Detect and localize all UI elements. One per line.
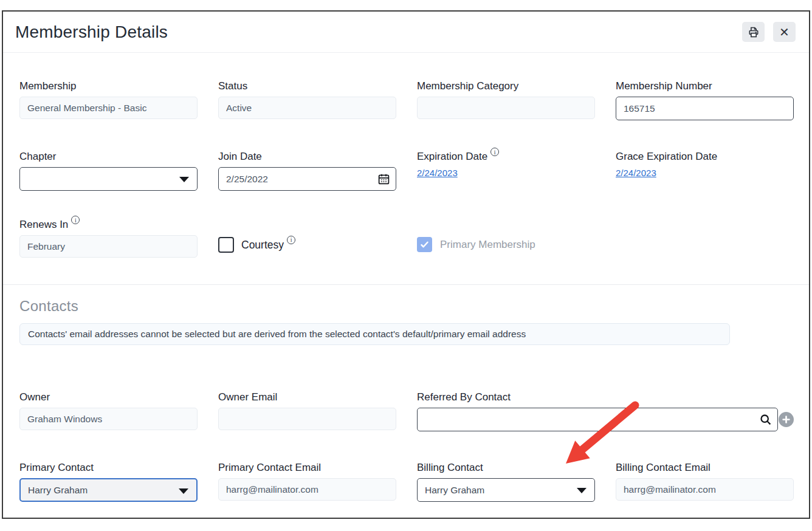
renews-in-field: Renews In — [19, 219, 198, 258]
referred-by-contact-input[interactable] — [417, 408, 778, 431]
courtesy-field: Courtesy — [218, 237, 396, 253]
billing-contact-select[interactable]: Harry Graham — [417, 478, 595, 502]
membership-category-field: Membership Category — [417, 80, 595, 119]
primary-contact-email-field: Primary Contact Email — [218, 462, 396, 501]
contacts-note: Contacts' email addresses cannot be sele… — [19, 323, 730, 345]
membership-field: Membership — [19, 80, 198, 119]
header-actions: ✕ — [742, 22, 796, 42]
status-label: Status — [218, 80, 396, 92]
renews-in-input — [19, 235, 198, 258]
chapter-field: Chapter — [19, 151, 198, 191]
plus-icon — [782, 416, 790, 423]
referred-by-contact-label: Referred By Contact — [417, 391, 794, 403]
billing-contact-field: Billing Contact Harry Graham — [417, 462, 595, 502]
row-owner: Owner Owner Email Referred By Contact — [19, 391, 793, 431]
close-icon: ✕ — [779, 26, 790, 38]
owner-email-field: Owner Email — [218, 391, 396, 430]
close-button[interactable]: ✕ — [773, 22, 796, 42]
owner-email-label: Owner Email — [218, 391, 396, 403]
chapter-label: Chapter — [19, 151, 198, 163]
add-contact-button[interactable] — [779, 412, 794, 427]
expiration-date-label: Expiration Date — [417, 151, 487, 163]
primary-contact-email-label: Primary Contact Email — [218, 462, 396, 474]
page-title: Membership Details — [15, 22, 168, 42]
grace-expiration-date-label: Grace Expiration Date — [616, 151, 794, 163]
join-date-input[interactable] — [218, 167, 396, 191]
primary-contact-label: Primary Contact — [19, 462, 198, 474]
status-input — [218, 97, 396, 119]
grace-expiration-date-link[interactable]: 2/24/2023 — [616, 168, 656, 178]
billing-contact-email-input — [616, 478, 794, 501]
primary-membership-label: Primary Membership — [440, 239, 535, 251]
status-field: Status — [218, 80, 396, 119]
membership-category-input — [417, 97, 595, 119]
print-button[interactable] — [742, 22, 765, 42]
owner-field: Owner — [19, 391, 198, 430]
row-renewal: Renews In Courtesy — [19, 219, 793, 258]
primary-membership-checkbox — [417, 237, 432, 252]
section-divider — [3, 284, 809, 285]
join-date-label: Join Date — [218, 151, 396, 163]
membership-number-input[interactable] — [616, 97, 794, 120]
expiration-date-link[interactable]: 2/24/2023 — [417, 168, 458, 178]
primary-contact-email-input — [218, 478, 396, 501]
primary-contact-select[interactable]: Harry Graham — [19, 478, 198, 502]
billing-contact-email-label: Billing Contact Email — [616, 462, 794, 474]
search-icon[interactable] — [759, 413, 772, 428]
owner-input — [19, 408, 198, 430]
row-contacts: Primary Contact Harry Graham Primary Con… — [19, 462, 793, 502]
checkmark-icon — [420, 240, 429, 249]
courtesy-checkbox[interactable] — [218, 237, 234, 253]
renews-in-label: Renews In — [19, 219, 68, 231]
printer-icon — [748, 26, 760, 38]
primary-contact-select-value: Harry Graham — [28, 485, 88, 496]
contacts-section-heading: Contacts — [19, 298, 793, 315]
referred-by-contact-field: Referred By Contact — [417, 391, 794, 431]
info-icon[interactable] — [490, 148, 499, 156]
billing-contact-label: Billing Contact — [417, 462, 595, 474]
join-date-field: Join Date — [218, 151, 396, 191]
membership-details-modal: Membership Details ✕ Membersh — [2, 10, 810, 519]
primary-membership-field: Primary Membership — [417, 237, 595, 252]
grace-expiration-date-field: Grace Expiration Date 2/24/2023 — [616, 151, 794, 179]
membership-label: Membership — [19, 80, 198, 92]
membership-input — [19, 97, 198, 119]
expiration-date-field: Expiration Date 2/24/2023 — [417, 151, 595, 179]
primary-contact-field: Primary Contact Harry Graham — [19, 462, 198, 502]
membership-category-label: Membership Category — [417, 80, 595, 92]
owner-label: Owner — [19, 391, 198, 403]
owner-email-input — [218, 408, 396, 430]
modal-body: Membership Status Membership Category Me… — [3, 53, 809, 502]
billing-contact-select-value: Harry Graham — [425, 485, 484, 496]
chapter-select[interactable] — [19, 167, 198, 191]
row-dates: Chapter Join Date — [19, 151, 793, 191]
billing-contact-email-field: Billing Contact Email — [616, 462, 794, 501]
modal-header: Membership Details ✕ — [3, 12, 809, 53]
courtesy-label: Courtesy — [241, 239, 284, 252]
info-icon[interactable] — [287, 236, 295, 244]
row-membership-info: Membership Status Membership Category Me… — [19, 80, 793, 120]
info-icon[interactable] — [71, 216, 80, 224]
membership-number-field: Membership Number — [616, 80, 794, 120]
membership-number-label: Membership Number — [616, 80, 794, 92]
calendar-icon[interactable] — [377, 173, 390, 188]
